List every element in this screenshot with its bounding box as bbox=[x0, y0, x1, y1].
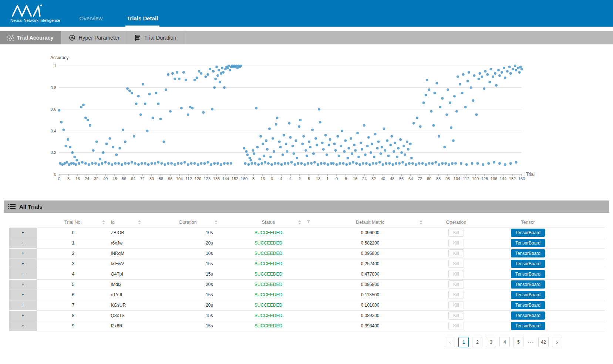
default-metric-cell: 0.582200 bbox=[317, 238, 424, 248]
subtab-bar: Trial Accuracy Hyper Parameter Trial Dur… bbox=[0, 31, 613, 44]
expand-cell[interactable]: + bbox=[9, 279, 37, 290]
svg-text:40: 40 bbox=[103, 176, 108, 181]
kill-button[interactable]: Kill bbox=[448, 249, 464, 257]
tab-hyper-parameter[interactable]: Hyper Parameter bbox=[61, 31, 127, 44]
trial-id-cell: ksFwV bbox=[110, 259, 156, 269]
svg-text:128: 128 bbox=[204, 176, 210, 181]
svg-text:112: 112 bbox=[185, 176, 192, 181]
tensorboard-button[interactable]: TensorBoard bbox=[511, 260, 545, 268]
page-button-4[interactable]: 4 bbox=[499, 337, 510, 347]
kill-button[interactable]: Kill bbox=[448, 239, 464, 247]
expand-cell[interactable]: + bbox=[9, 321, 37, 331]
page-button-2[interactable]: 2 bbox=[472, 337, 482, 347]
expand-cell[interactable]: + bbox=[9, 248, 37, 259]
duration-cell: 20s bbox=[156, 300, 220, 310]
tensorboard-button[interactable]: TensorBoard bbox=[511, 291, 545, 299]
page-button-1[interactable]: 1 bbox=[458, 337, 469, 347]
expand-column-header bbox=[9, 217, 37, 228]
table-row: + 5 iMdi2 20s SUCCEEDED 0.095800 Kill Te… bbox=[9, 279, 604, 290]
tensorboard-button[interactable]: TensorBoard bbox=[511, 301, 545, 309]
status-cell: SUCCEEDED bbox=[220, 321, 317, 331]
kill-button[interactable]: Kill bbox=[448, 229, 464, 237]
duration-cell: 15s bbox=[156, 290, 220, 300]
svg-text:0: 0 bbox=[271, 176, 273, 181]
kill-button[interactable]: Kill bbox=[448, 280, 464, 289]
sort-icon-status[interactable] bbox=[298, 220, 301, 225]
page-button-5[interactable]: 5 bbox=[513, 337, 523, 347]
tab-trial-duration-label: Trial Duration bbox=[144, 35, 176, 41]
svg-text:144: 144 bbox=[222, 176, 229, 181]
kill-button[interactable]: Kill bbox=[448, 291, 464, 299]
kill-button[interactable]: Kill bbox=[448, 260, 464, 268]
kill-button[interactable]: Kill bbox=[448, 301, 464, 309]
status-cell: SUCCEEDED bbox=[220, 228, 317, 238]
svg-text:0.6: 0.6 bbox=[51, 107, 56, 111]
pagination: ‹ 1 2 3 4 5 ••• 42 › bbox=[0, 337, 562, 347]
expand-cell[interactable]: + bbox=[9, 300, 37, 310]
expand-cell[interactable]: + bbox=[9, 228, 37, 238]
page-ellipsis[interactable]: ••• bbox=[527, 340, 535, 344]
table-row: + 3 ksFwV 15s SUCCEEDED 0.252400 Kill Te… bbox=[9, 259, 604, 269]
tab-trial-accuracy[interactable]: Trial Accuracy bbox=[0, 31, 61, 44]
expand-cell[interactable]: + bbox=[9, 238, 37, 248]
duration-cell: 10s bbox=[156, 228, 220, 238]
svg-text:96: 96 bbox=[445, 176, 450, 181]
tensorboard-button[interactable]: TensorBoard bbox=[511, 322, 545, 330]
expand-cell[interactable]: + bbox=[9, 290, 37, 300]
tensorboard-button[interactable]: TensorBoard bbox=[511, 229, 545, 237]
tensorboard-button[interactable]: TensorBoard bbox=[511, 280, 545, 289]
tab-trial-duration[interactable]: Trial Duration bbox=[127, 31, 184, 44]
tensorboard-button[interactable]: TensorBoard bbox=[511, 239, 545, 247]
sort-icon-duration[interactable] bbox=[215, 220, 218, 225]
next-page-button[interactable]: › bbox=[552, 337, 562, 347]
list-icon bbox=[8, 204, 16, 209]
column-header-status: Status bbox=[220, 217, 317, 228]
tensorboard-button[interactable]: TensorBoard bbox=[511, 270, 545, 278]
svg-text:24: 24 bbox=[85, 176, 89, 181]
duration-cell: 15s bbox=[156, 269, 220, 279]
status-cell: SUCCEEDED bbox=[220, 310, 317, 321]
trial-no-cell: 2 bbox=[37, 248, 110, 259]
sort-icon-trial-no[interactable] bbox=[102, 220, 105, 225]
scatter-icon bbox=[7, 35, 14, 41]
kill-button[interactable]: Kill bbox=[448, 270, 464, 278]
kill-button[interactable]: Kill bbox=[448, 311, 464, 320]
logo-title: Neural Network Intelligence bbox=[10, 18, 60, 23]
table-row: + 7 KGsUR 20s SUCCEEDED 0.101000 Kill Te… bbox=[9, 300, 604, 310]
column-header-duration: Duration bbox=[156, 217, 220, 228]
expand-cell[interactable]: + bbox=[9, 269, 37, 279]
svg-text:88: 88 bbox=[159, 176, 163, 181]
svg-text:4: 4 bbox=[289, 176, 292, 181]
column-header-tensor: Tensor bbox=[489, 217, 604, 228]
column-header-trial-no: Trial No. bbox=[37, 217, 110, 228]
svg-text:152: 152 bbox=[509, 176, 516, 181]
filter-icon-status[interactable] bbox=[306, 219, 311, 225]
svg-text:48: 48 bbox=[112, 176, 117, 181]
duration-cell: 10s bbox=[156, 248, 220, 259]
page-button-42[interactable]: 42 bbox=[538, 337, 549, 347]
accuracy-chart-section: Accuracy00.20.40.60.81081624324048566472… bbox=[0, 44, 613, 185]
status-cell: SUCCEEDED bbox=[220, 279, 317, 290]
duration-cell: 20s bbox=[156, 279, 220, 290]
trial-id-cell: ZBIOB bbox=[110, 228, 156, 238]
default-metric-cell: 0.252400 bbox=[317, 259, 424, 269]
nav-overview[interactable]: Overview bbox=[78, 15, 104, 27]
kill-button[interactable]: Kill bbox=[448, 322, 464, 330]
svg-text:2: 2 bbox=[299, 176, 301, 181]
sort-icon-id[interactable] bbox=[138, 220, 141, 225]
expand-cell[interactable]: + bbox=[9, 259, 37, 269]
nav-trials-detail[interactable]: Trials Detail bbox=[125, 15, 159, 27]
trial-no-cell: 8 bbox=[37, 310, 110, 321]
prev-page-button[interactable]: ‹ bbox=[445, 337, 455, 347]
table-row: + 4 O4TpI 15s SUCCEEDED 0.477800 Kill Te… bbox=[9, 269, 604, 279]
tensorboard-button[interactable]: TensorBoard bbox=[511, 311, 545, 320]
tensorboard-button[interactable]: TensorBoard bbox=[511, 249, 545, 257]
default-metric-cell: 0.089200 bbox=[317, 310, 424, 321]
table-row: + 8 Q3xTS 15s SUCCEEDED 0.089200 Kill Te… bbox=[9, 310, 604, 321]
page-button-3[interactable]: 3 bbox=[486, 337, 496, 347]
nni-logo-mark bbox=[10, 4, 52, 17]
sort-icon-default-metric[interactable] bbox=[420, 220, 422, 225]
svg-text:96: 96 bbox=[168, 176, 172, 181]
expand-cell[interactable]: + bbox=[9, 310, 37, 321]
svg-text:8: 8 bbox=[67, 176, 70, 181]
